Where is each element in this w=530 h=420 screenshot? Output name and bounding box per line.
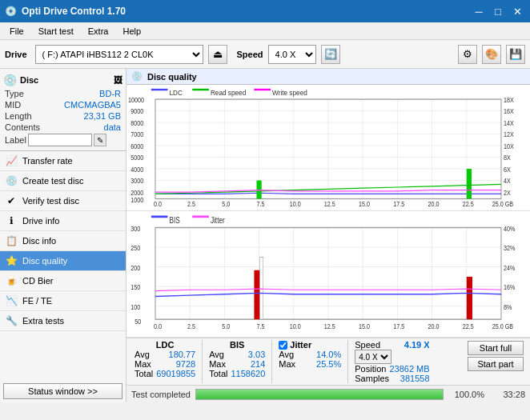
sidebar-item-extra-tests[interactable]: 🔧 Extra tests: [0, 311, 126, 331]
disc-length-value: 23,31 GB: [84, 111, 121, 121]
samples-row: Samples 381558: [355, 374, 429, 383]
svg-text:0.0: 0.0: [154, 201, 163, 209]
sidebar-item-disc-quality[interactable]: ⭐ Disc quality: [0, 251, 126, 271]
ldc-avg-value: 180.77: [169, 350, 196, 359]
cd-bier-icon: 🍺: [5, 275, 18, 286]
sidebar-item-verify-test-disc[interactable]: ✔ Verify test disc: [0, 191, 126, 211]
disc-icon: 💿: [3, 74, 17, 86]
verify-test-disc-icon: ✔: [5, 195, 18, 206]
maximize-button[interactable]: □: [490, 3, 506, 19]
status-window-button[interactable]: Status window >>: [3, 383, 122, 399]
speed-stat-value: 4.19 X: [404, 340, 430, 350]
svg-text:Write speed: Write speed: [272, 89, 307, 98]
jitter-max-value: 25.5%: [316, 359, 341, 369]
svg-text:4X: 4X: [504, 178, 512, 186]
jitter-avg-label: Avg: [279, 350, 294, 359]
menu-extra[interactable]: Extra: [82, 25, 115, 38]
sidebar: 💿 Disc 🖼 Type BD-R MID CMCMAGBA5 Length …: [0, 69, 126, 402]
start-part-button[interactable]: Start part: [468, 357, 524, 371]
svg-text:6000: 6000: [130, 142, 144, 150]
chart1-wrapper: LDC Read speed Write speed: [126, 85, 530, 211]
minimize-button[interactable]: ─: [471, 3, 487, 19]
sidebar-label-verify-test-disc: Verify test disc: [22, 196, 79, 206]
menu-start-test[interactable]: Start test: [32, 25, 80, 38]
sidebar-item-create-test-disc[interactable]: 💿 Create test disc: [0, 171, 126, 191]
refresh-button[interactable]: 🔄: [321, 45, 340, 64]
settings-button2[interactable]: 🎨: [482, 45, 501, 64]
progress-time: 33:28: [489, 390, 525, 399]
ldc-max-row: Max 9728: [135, 359, 195, 369]
jitter-max-label: Max: [279, 359, 295, 369]
svg-text:LDC: LDC: [169, 89, 183, 98]
action-buttons: Start full Start part: [464, 340, 527, 372]
svg-text:14X: 14X: [504, 119, 515, 127]
disc-label-edit-button[interactable]: ✎: [94, 134, 106, 146]
speed-row: Speed 4.19 X: [355, 340, 429, 350]
bis-avg-value: 3.03: [248, 350, 265, 359]
app-title: Opti Drive Control 1.70: [22, 6, 126, 17]
svg-text:20.0: 20.0: [428, 201, 440, 209]
jitter-header-label: Jitter: [290, 340, 311, 350]
sidebar-item-disc-info[interactable]: 📋 Disc info: [0, 231, 126, 251]
ldc-total-value: 69019855: [156, 369, 195, 378]
sidebar-label-create-test-disc: Create test disc: [22, 176, 83, 186]
svg-text:1000: 1000: [130, 197, 144, 205]
stats-bar: LDC Avg 180.77 Max 9728 Total 69019855: [126, 338, 530, 385]
sidebar-item-fe-te[interactable]: 📉 FE / TE: [0, 291, 126, 311]
sidebar-item-transfer-rate[interactable]: 📈 Transfer rate: [0, 151, 126, 171]
disc-image-icon: 🖼: [114, 75, 122, 85]
menu-file[interactable]: File: [3, 25, 30, 38]
svg-text:4000: 4000: [130, 166, 144, 174]
svg-text:5.0: 5.0: [222, 201, 231, 209]
bis-header: BIS: [209, 340, 265, 350]
svg-text:15.0: 15.0: [359, 322, 370, 330]
bis-max-row: Max 214: [209, 359, 265, 369]
jitter-stats: Jitter Avg 14.0% Max 25.5%: [274, 340, 346, 369]
svg-text:2000: 2000: [130, 189, 144, 197]
svg-text:5.0: 5.0: [222, 322, 230, 330]
sidebar-item-cd-bier[interactable]: 🍺 CD Bier: [0, 271, 126, 291]
drive-select[interactable]: ( F:) ATAPI iHBS112 2 CL0K: [35, 45, 203, 64]
svg-text:7.5: 7.5: [257, 201, 266, 209]
svg-rect-3: [192, 89, 209, 90]
svg-rect-101: [260, 257, 263, 319]
speed-label: Speed: [237, 50, 263, 59]
jitter-header: Jitter: [279, 340, 341, 350]
bis-total-row: Total 1158620: [209, 369, 265, 378]
svg-text:50: 50: [135, 317, 141, 326]
svg-text:8000: 8000: [130, 119, 144, 127]
disc-label-input[interactable]: [28, 134, 92, 146]
svg-text:10.0: 10.0: [290, 201, 302, 209]
speed-select[interactable]: 4.0 X 2.0 X 8.0 X: [268, 45, 316, 64]
svg-text:Read speed: Read speed: [211, 89, 246, 98]
svg-text:12.5: 12.5: [324, 322, 335, 330]
disc-label-row: Label ✎: [3, 133, 122, 147]
disc-type-key: Type: [5, 89, 24, 98]
speed-stat-select[interactable]: 4.0 X: [355, 350, 391, 364]
svg-text:100: 100: [130, 302, 140, 311]
samples-label: Samples: [355, 374, 389, 383]
eject-button[interactable]: ⏏: [208, 45, 227, 64]
svg-text:10.0: 10.0: [290, 322, 301, 330]
bis-max-value: 214: [251, 359, 265, 369]
settings-button1[interactable]: ⚙: [458, 45, 477, 64]
svg-text:300: 300: [130, 224, 140, 233]
disc-quality-header-icon: 💿: [131, 71, 143, 82]
disc-length-key: Length: [5, 111, 32, 121]
speed-stat-label: Speed: [355, 340, 380, 350]
start-full-button[interactable]: Start full: [468, 341, 524, 355]
menu-help[interactable]: Help: [116, 25, 147, 38]
sidebar-item-drive-info[interactable]: ℹ Drive info: [0, 211, 126, 231]
svg-text:24%: 24%: [504, 263, 516, 272]
svg-text:15.0: 15.0: [359, 201, 371, 209]
position-value: 23862 MB: [389, 364, 429, 374]
jitter-avg-value: 14.0%: [316, 350, 341, 359]
bis-avg-label: Avg: [209, 350, 224, 359]
jitter-checkbox[interactable]: [279, 341, 287, 350]
close-button[interactable]: ✕: [509, 3, 525, 19]
status-text: Test completed: [131, 390, 191, 399]
ldc-header: LDC: [135, 340, 195, 350]
sidebar-label-disc-info: Disc info: [22, 236, 56, 246]
save-button[interactable]: 💾: [506, 45, 525, 64]
svg-text:5000: 5000: [130, 154, 144, 162]
